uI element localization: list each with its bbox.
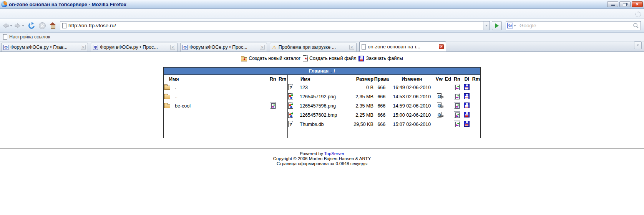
search-input[interactable]: Google bbox=[518, 23, 633, 28]
forward-icon bbox=[14, 23, 21, 29]
rename-icon[interactable] bbox=[454, 111, 460, 118]
tab-list-dropdown[interactable] bbox=[634, 41, 642, 49]
file-modified: 14:53 02-06-2010 bbox=[389, 92, 435, 101]
menu-item[interactable] bbox=[40, 13, 47, 15]
file-actions: * Создать новый каталог * Создать новый … bbox=[0, 54, 644, 63]
window-titlebar: on-zone основан на топсервере - Mozilla … bbox=[0, 0, 644, 9]
url-input[interactable] bbox=[68, 23, 483, 28]
file-link[interactable]: Thumbs.db bbox=[300, 122, 324, 127]
minimize-button[interactable] bbox=[607, 1, 618, 7]
download-icon[interactable] bbox=[464, 93, 470, 99]
menu-item[interactable] bbox=[32, 13, 39, 15]
image-file-icon bbox=[288, 93, 293, 99]
file-row: 1265457602.bmp 2,25 MB 666 15:00 02-06-2… bbox=[288, 111, 480, 120]
warning-icon bbox=[272, 45, 277, 50]
firefox-icon bbox=[1, 1, 7, 7]
download-icon[interactable] bbox=[464, 84, 470, 90]
forward-history-dropdown[interactable] bbox=[22, 25, 24, 26]
file-link[interactable]: 1265457192.png bbox=[300, 94, 336, 99]
bookmark-item[interactable]: Настройка ссылок bbox=[9, 34, 50, 40]
file-perms: 666 bbox=[374, 120, 389, 129]
files-dl-header: Dl bbox=[462, 75, 472, 83]
directory-link[interactable]: . bbox=[175, 85, 176, 90]
back-history-dropdown[interactable] bbox=[10, 25, 12, 26]
back-button[interactable] bbox=[2, 20, 9, 31]
rename-icon[interactable] bbox=[454, 102, 460, 109]
action-link[interactable]: Закачать файлы bbox=[359, 56, 403, 61]
search-box[interactable]: G Google bbox=[506, 21, 641, 30]
home-button[interactable] bbox=[49, 20, 56, 31]
file-modified: 14:59 02-06-2010 bbox=[389, 101, 435, 111]
view-icon[interactable] bbox=[437, 93, 442, 99]
tab-close-icon[interactable] bbox=[170, 45, 175, 50]
url-history-dropdown[interactable] bbox=[483, 22, 490, 30]
file-link[interactable]: 1265457602.bmp bbox=[300, 112, 337, 118]
stop-icon bbox=[38, 22, 46, 30]
forward-button[interactable] bbox=[14, 20, 21, 31]
rename-icon[interactable] bbox=[454, 84, 460, 90]
new-file-icon: * bbox=[303, 55, 308, 61]
download-icon[interactable] bbox=[464, 112, 470, 117]
files-size-header: Размер bbox=[350, 75, 374, 83]
menu-item[interactable] bbox=[17, 13, 24, 15]
url-bar[interactable] bbox=[60, 21, 490, 30]
tab-close-icon[interactable] bbox=[260, 45, 265, 50]
directory-link[interactable]: .. bbox=[175, 94, 178, 99]
breadcrumb-path-link[interactable]: / bbox=[334, 68, 335, 74]
files-vw-header: Vw bbox=[435, 75, 444, 83]
file-link[interactable]: 123 bbox=[300, 85, 308, 90]
menu-item[interactable] bbox=[2, 13, 8, 15]
directories-panel: Имя Rn Rm . bbox=[164, 75, 287, 138]
menu-item[interactable] bbox=[9, 13, 16, 15]
breadcrumb-home-link[interactable]: Главная bbox=[309, 68, 329, 74]
forum-icon bbox=[93, 45, 98, 50]
tab-label: Форум вФОСе.ру • Глав... bbox=[10, 45, 79, 50]
tab[interactable]: Форум вФОСе.ру • Прос... bbox=[91, 43, 178, 51]
topserver-link[interactable]: TopServer bbox=[324, 151, 344, 156]
file-size: 2,35 MB bbox=[350, 101, 374, 111]
tab[interactable]: Проблема при загрузке ... bbox=[270, 43, 357, 51]
unknown-file-icon bbox=[288, 84, 293, 90]
new-folder-icon: * bbox=[241, 57, 247, 61]
powered-by-line: Powered by TopServer bbox=[0, 151, 644, 156]
action-link[interactable]: * Создать новый каталог bbox=[241, 56, 300, 61]
file-row: Thumbs.db 29,50 KB 666 15:07 02-06-2010 bbox=[288, 120, 480, 129]
download-icon[interactable] bbox=[464, 103, 470, 108]
home-icon bbox=[49, 23, 56, 29]
search-engine-dropdown[interactable] bbox=[514, 25, 516, 26]
files-rm-header: Rm bbox=[472, 75, 480, 83]
menu-item[interactable] bbox=[25, 13, 32, 15]
action-link[interactable]: * Создать новый файл bbox=[303, 55, 356, 61]
forum-icon bbox=[3, 45, 8, 50]
stop-button[interactable] bbox=[38, 20, 46, 31]
tab[interactable]: Форум вФОСе.ру • Прос... bbox=[180, 43, 267, 51]
tab-label: Форум вФОСе.ру • Прос... bbox=[189, 45, 258, 50]
reload-button[interactable] bbox=[28, 20, 35, 31]
close-button[interactable]: × bbox=[632, 1, 643, 7]
tab[interactable]: on-zone основан на т... bbox=[359, 41, 446, 51]
tab-close-icon[interactable] bbox=[349, 45, 354, 50]
view-icon[interactable] bbox=[437, 112, 442, 117]
menu-item[interactable] bbox=[48, 13, 55, 15]
restore-button[interactable] bbox=[619, 1, 631, 7]
rename-icon[interactable] bbox=[454, 93, 460, 99]
download-icon[interactable] bbox=[464, 121, 470, 127]
files-name-header: Имя bbox=[288, 75, 350, 83]
generation-time-line: Страница сформирована за 0.0648 секунды bbox=[0, 161, 644, 166]
rename-icon[interactable] bbox=[270, 102, 276, 109]
tab-close-icon[interactable] bbox=[81, 45, 86, 50]
rename-icon[interactable] bbox=[454, 121, 460, 127]
file-link[interactable]: 1265457596.png bbox=[300, 103, 336, 109]
file-row: 1265457596.png 2,35 MB 666 14:59 02-06-2… bbox=[288, 101, 480, 111]
files-ed-header: Ed bbox=[444, 75, 452, 83]
tab-close-icon[interactable] bbox=[439, 44, 444, 49]
view-icon[interactable] bbox=[437, 103, 442, 108]
tab[interactable]: Форум вФОСе.ру • Глав... bbox=[1, 43, 88, 51]
navigation-toolbar: G Google bbox=[0, 19, 644, 33]
file-perms: 666 bbox=[374, 101, 389, 111]
go-button[interactable] bbox=[492, 21, 502, 30]
files-perms-header: Права bbox=[374, 75, 389, 83]
upload-icon bbox=[359, 56, 364, 61]
directory-link[interactable]: be-cool bbox=[175, 103, 191, 109]
window-title: on-zone основан на топсервере - Mozilla … bbox=[7, 2, 606, 7]
